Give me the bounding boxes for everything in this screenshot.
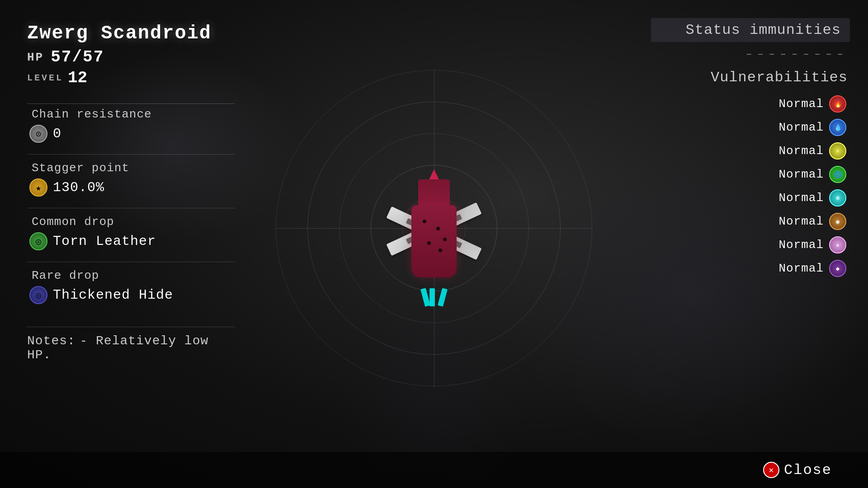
vuln-label-fire: Normal bbox=[778, 97, 824, 111]
vuln-label-dark: Normal bbox=[778, 262, 824, 275]
divider bbox=[27, 208, 235, 208]
rare-drop-item: Thickened Hide bbox=[53, 287, 173, 303]
vuln-item-ice: Normal ❄ bbox=[651, 187, 850, 209]
divider bbox=[27, 103, 235, 104]
common-drop-section: Common drop ◎ Torn Leather bbox=[27, 215, 235, 250]
level-label: LEVEL bbox=[27, 73, 63, 83]
rare-drop-section: Rare drop ◎ Thickened Hide bbox=[27, 269, 235, 304]
immunity-dot: – bbox=[780, 49, 786, 60]
level-value: 12 bbox=[68, 69, 87, 87]
vuln-item-earth: Normal ◉ bbox=[651, 210, 850, 233]
rare-drop-value-row: ◎ Thickened Hide bbox=[29, 286, 235, 304]
notes-section: Notes: - Relatively low HP. bbox=[27, 327, 235, 362]
thunder-icon: ⚡ bbox=[829, 142, 846, 160]
stagger-value: 130.0% bbox=[53, 180, 104, 195]
immunity-dot: – bbox=[837, 49, 843, 60]
close-button[interactable]: ✕ Close bbox=[763, 462, 832, 479]
common-drop-value-row: ◎ Torn Leather bbox=[29, 232, 235, 250]
stagger-icon: ★ bbox=[29, 178, 47, 197]
vuln-item-holy: Normal ✦ bbox=[651, 234, 850, 256]
fire-icon: 🔥 bbox=[829, 95, 846, 113]
divider bbox=[27, 154, 235, 155]
vuln-label-water: Normal bbox=[778, 121, 824, 134]
vulnerabilities-title: Vulnerabilities bbox=[651, 69, 850, 86]
immunity-dot: – bbox=[746, 49, 752, 60]
vulnerabilities-list: Normal 🔥 Normal 💧 Normal ⚡ Normal bbox=[651, 93, 850, 280]
stagger-title: Stagger point bbox=[32, 161, 235, 175]
chain-resistance-icon: ⊙ bbox=[29, 125, 47, 143]
right-panel: Status immunities – – – – – – – – – Vuln… bbox=[642, 0, 868, 488]
vuln-item-water: Normal 💧 bbox=[651, 116, 850, 139]
vuln-label-ice: Normal bbox=[778, 191, 824, 205]
common-drop-icon: ◎ bbox=[29, 232, 47, 250]
vuln-item-wind: Normal 🌀 bbox=[651, 163, 850, 186]
level-line: LEVEL 12 bbox=[27, 69, 235, 87]
notes-label: Notes: bbox=[27, 334, 75, 348]
chain-resistance-value-row: ⊙ 0 bbox=[29, 125, 235, 143]
divider bbox=[27, 262, 235, 262]
immunity-dot: – bbox=[826, 49, 832, 60]
immunity-dot: – bbox=[803, 49, 809, 60]
hp-line: HP 57/57 bbox=[27, 48, 235, 66]
hp-value: 57/57 bbox=[51, 48, 104, 66]
vuln-label-holy: Normal bbox=[778, 238, 824, 252]
earth-icon: ◉ bbox=[829, 213, 846, 230]
immunity-dot: – bbox=[814, 49, 820, 60]
dark-icon: ◆ bbox=[829, 260, 846, 277]
water-icon: 💧 bbox=[829, 119, 846, 136]
immunity-dot: – bbox=[769, 49, 775, 60]
vuln-label-thunder: Normal bbox=[778, 144, 824, 158]
holy-icon: ✦ bbox=[829, 236, 846, 253]
common-drop-title: Common drop bbox=[32, 215, 235, 229]
stagger-value-row: ★ 130.0% bbox=[29, 178, 235, 197]
vuln-item-thunder: Normal ⚡ bbox=[651, 140, 850, 162]
bottom-bar: ✕ Close bbox=[0, 452, 868, 488]
immunity-dot: – bbox=[792, 49, 797, 60]
vuln-item-fire: Normal 🔥 bbox=[651, 93, 850, 115]
hp-label: HP bbox=[27, 51, 44, 64]
enemy-name: Zwerg Scandroid bbox=[27, 23, 235, 44]
rare-drop-icon: ◎ bbox=[29, 286, 47, 304]
vuln-item-dark: Normal ◆ bbox=[651, 257, 850, 280]
main-content: Zwerg Scandroid HP 57/57 LEVEL 12 Chain … bbox=[0, 0, 868, 488]
rare-drop-title: Rare drop bbox=[32, 269, 235, 282]
hp-max: 57 bbox=[83, 48, 104, 66]
chain-resistance-value: 0 bbox=[53, 126, 61, 141]
chain-resistance-section: Chain resistance ⊙ 0 bbox=[27, 108, 235, 143]
immunity-dot: – bbox=[757, 49, 763, 60]
stagger-section: Stagger point ★ 130.0% bbox=[27, 161, 235, 197]
vuln-label-wind: Normal bbox=[778, 168, 824, 181]
common-drop-item: Torn Leather bbox=[53, 234, 156, 249]
close-label: Close bbox=[784, 462, 832, 479]
status-immunities-title: Status immunities bbox=[651, 18, 850, 42]
left-panel: Zwerg Scandroid HP 57/57 LEVEL 12 Chain … bbox=[0, 0, 262, 488]
immunity-dots: – – – – – – – – – bbox=[651, 49, 850, 60]
close-circle-icon: ✕ bbox=[763, 462, 779, 478]
chain-resistance-title: Chain resistance bbox=[32, 108, 235, 121]
hp-current: 57 bbox=[51, 48, 72, 66]
ice-icon: ❄ bbox=[829, 189, 846, 206]
wind-icon: 🌀 bbox=[829, 166, 846, 183]
vuln-label-earth: Normal bbox=[778, 215, 824, 228]
